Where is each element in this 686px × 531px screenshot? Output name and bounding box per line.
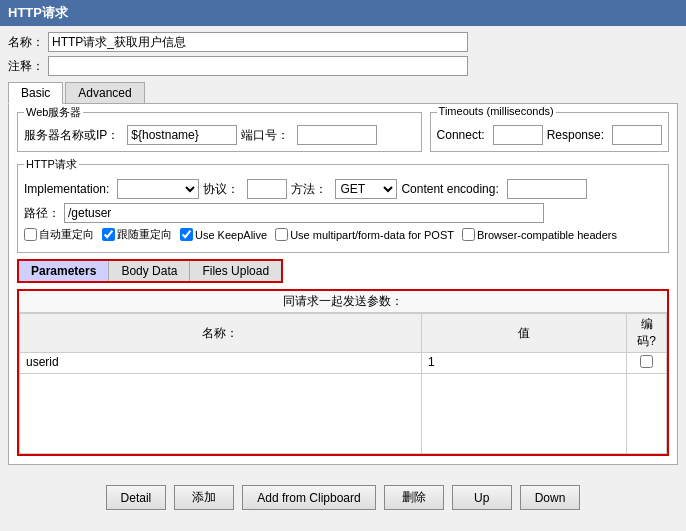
timeouts-section-label: Timeouts (milliseconds)	[437, 105, 556, 117]
follow-redirect-checkbox[interactable]	[102, 228, 115, 241]
auto-redirect-label: 自动重定向	[39, 227, 94, 242]
col-value-header: 值	[421, 314, 626, 353]
server-name-label: 服务器名称或IP：	[24, 127, 119, 144]
follow-redirect-check: 跟随重定向	[102, 227, 172, 242]
name-label: 名称：	[8, 34, 44, 51]
sub-tab-files-upload[interactable]: Files Upload	[190, 261, 281, 281]
empty-name-cell	[20, 374, 422, 454]
browser-headers-check: Browser-compatible headers	[462, 228, 617, 241]
web-server-section: Web服务器 服务器名称或IP： 端口号：	[17, 112, 422, 152]
follow-redirect-label: 跟随重定向	[117, 227, 172, 242]
port-label: 端口号：	[241, 127, 289, 144]
down-button[interactable]: Down	[520, 485, 581, 510]
connect-label: Connect:	[437, 128, 485, 142]
bottom-buttons: Detail 添加 Add from Clipboard 删除 Up Down	[8, 477, 678, 518]
name-input[interactable]	[48, 32, 468, 52]
tab-content-basic: Web服务器 服务器名称或IP： 端口号： Timeouts (millisec…	[8, 104, 678, 465]
keep-alive-checkbox[interactable]	[180, 228, 193, 241]
detail-button[interactable]: Detail	[106, 485, 167, 510]
http-request-section-label: HTTP请求	[24, 157, 79, 172]
param-name-cell: userid	[20, 353, 422, 374]
col-encode-header: 编码?	[627, 314, 667, 353]
add-button[interactable]: 添加	[174, 485, 234, 510]
timeouts-section: Timeouts (milliseconds) Connect: Respons…	[430, 112, 669, 152]
sub-tabs-bar: Parameters Body Data Files Upload	[17, 259, 283, 283]
path-row: 路径：	[24, 203, 662, 223]
table-row: userid 1	[20, 353, 667, 374]
param-encode-checkbox[interactable]	[640, 355, 653, 368]
dialog-title: HTTP请求	[0, 0, 686, 26]
encoding-input[interactable]	[507, 179, 587, 199]
checkbox-row: 自动重定向 跟随重定向 Use KeepAlive Use multipart/…	[24, 227, 662, 242]
protocol-label: 协议：	[203, 181, 239, 198]
multipart-label: Use multipart/form-data for POST	[290, 229, 454, 241]
port-input[interactable]	[297, 125, 377, 145]
response-input[interactable]	[612, 125, 662, 145]
path-label: 路径：	[24, 205, 60, 222]
tab-advanced[interactable]: Advanced	[65, 82, 144, 103]
params-table: 名称： 值 编码? userid 1	[19, 313, 667, 454]
sub-tab-parameters[interactable]: Parameters	[19, 261, 109, 281]
http-request-section: HTTP请求 Implementation: 协议： 方法： GET POST …	[17, 164, 669, 253]
connect-input[interactable]	[493, 125, 543, 145]
browser-headers-checkbox[interactable]	[462, 228, 475, 241]
params-section: 同请求一起发送参数： 名称： 值 编码? userid 1	[17, 289, 669, 456]
comment-input[interactable]	[48, 56, 468, 76]
param-encode-cell	[627, 353, 667, 374]
tabs-bar: Basic Advanced	[8, 82, 678, 104]
params-header: 同请求一起发送参数：	[19, 291, 667, 313]
web-server-section-label: Web服务器	[24, 105, 83, 120]
comment-row: 注释：	[8, 56, 678, 76]
table-empty-row	[20, 374, 667, 454]
keep-alive-label: Use KeepAlive	[195, 229, 267, 241]
empty-encode-cell	[627, 374, 667, 454]
multipart-checkbox[interactable]	[275, 228, 288, 241]
server-name-input[interactable]	[127, 125, 237, 145]
up-button[interactable]: Up	[452, 485, 512, 510]
name-row: 名称：	[8, 32, 678, 52]
method-label: 方法：	[291, 181, 327, 198]
browser-headers-label: Browser-compatible headers	[477, 229, 617, 241]
col-name-header: 名称：	[20, 314, 422, 353]
multipart-check: Use multipart/form-data for POST	[275, 228, 454, 241]
dialog-body: 名称： 注释： Basic Advanced Web服务器 服务器名称或IP： …	[0, 26, 686, 524]
add-clipboard-button[interactable]: Add from Clipboard	[242, 485, 375, 510]
method-select[interactable]: GET POST PUT DELETE	[336, 181, 396, 197]
tab-basic[interactable]: Basic	[8, 82, 63, 104]
impl-label: Implementation:	[24, 182, 109, 196]
response-label: Response:	[547, 128, 604, 142]
encoding-label: Content encoding:	[401, 182, 498, 196]
sub-tab-body-data[interactable]: Body Data	[109, 261, 190, 281]
path-input[interactable]	[64, 203, 544, 223]
delete-button[interactable]: 删除	[384, 485, 444, 510]
auto-redirect-check: 自动重定向	[24, 227, 94, 242]
param-value-cell: 1	[421, 353, 626, 374]
keep-alive-check: Use KeepAlive	[180, 228, 267, 241]
comment-label: 注释：	[8, 58, 44, 75]
auto-redirect-checkbox[interactable]	[24, 228, 37, 241]
protocol-input[interactable]	[247, 179, 287, 199]
impl-select[interactable]	[118, 181, 198, 197]
empty-value-cell	[421, 374, 626, 454]
